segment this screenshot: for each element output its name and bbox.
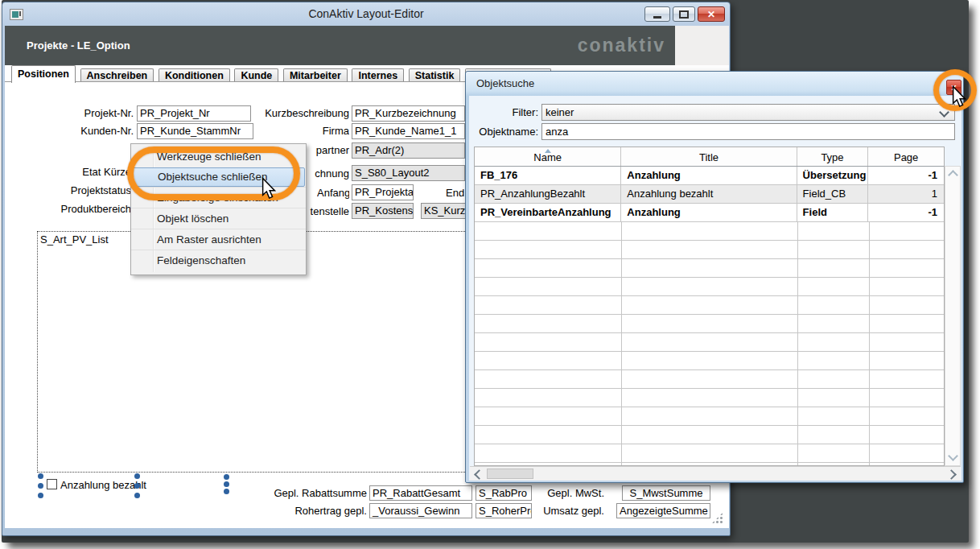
results-table: Name Title Type Page FB_176 Anzahlung Üb… (474, 147, 945, 466)
mouse-cursor (952, 85, 966, 108)
selection-handle[interactable] (134, 493, 140, 498)
voraussi-gewinn-field[interactable]: _Voraussi_Gewinn (369, 503, 472, 518)
table-row[interactable]: PR_VereinbarteAnzahlung Anzahlung Field … (475, 204, 944, 222)
horizontal-scrollbar[interactable] (470, 466, 961, 481)
sort-ascending-icon (545, 149, 551, 153)
header-right-filler (675, 26, 729, 65)
rabattgesamt-field[interactable]: PR_RabattGesamt (369, 485, 472, 501)
mouse-cursor (261, 177, 276, 200)
vertical-scrollbar[interactable] (945, 166, 961, 466)
scroll-down-icon[interactable] (948, 451, 958, 461)
scrollbar-thumb[interactable] (487, 469, 533, 479)
filter-dropdown[interactable]: keiner (541, 104, 955, 121)
scroll-left-icon[interactable] (474, 469, 484, 480)
filter-label: Filter: (476, 106, 538, 118)
record-header: Projekte - LE_Option conaktiv (5, 26, 675, 65)
mwst-label: Gepl. MwSt. (508, 487, 604, 499)
scroll-right-icon[interactable] (946, 469, 957, 480)
objektsuche-title: Objektsuche (476, 77, 534, 89)
tab-positionen[interactable]: Positionen (11, 65, 76, 83)
window-controls: ✕ (644, 6, 725, 22)
column-header-page[interactable]: Page (868, 147, 944, 166)
selection-handle[interactable] (224, 481, 229, 487)
close-icon: ✕ (707, 10, 715, 19)
projektanfang-field[interactable]: PR_Projektar (352, 184, 414, 200)
table-row[interactable]: PR_AnzahlungBezahlt Anzahlung bezahlt Fi… (475, 185, 944, 204)
anzahlung-checkbox[interactable] (47, 479, 57, 489)
minimize-button[interactable] (644, 6, 670, 22)
scroll-up-icon[interactable] (948, 170, 958, 180)
rohertrag-label: Rohertrag gepl. (270, 505, 367, 517)
kurzbezeichnung-field[interactable]: PR_Kurzbezeichnung (352, 105, 465, 122)
objektsuche-panel: Filter: keiner Objektname: anza Name Tit… (469, 96, 961, 481)
anfang-label: Anfang (317, 187, 349, 199)
projektstatus-label: Projektstatus (35, 184, 131, 196)
positions-list-label: S_Art_PV_List (40, 233, 109, 246)
table-row[interactable]: FB_176 Anzahlung Übersetzung -1 (475, 167, 944, 185)
objektname-label: Objektname: (476, 126, 538, 138)
selection-handle[interactable] (224, 474, 229, 480)
menu-item-objekt-loeschen[interactable]: Objekt löschen (131, 208, 306, 229)
firma-label: Firma (301, 125, 349, 137)
umsatz-label: Umsatz gepl. (508, 505, 604, 517)
layoutbezeichnung-label: chnung (301, 167, 349, 180)
column-header-title[interactable]: Title (621, 147, 797, 166)
screenshot-stage: ConAktiv Layout-Editor ✕ Projekte - LE_O… (0, 0, 980, 549)
main-window-title: ConAktiv Layout-Editor (2, 7, 730, 20)
kunden-nr-field[interactable]: PR_Kunde_StammNr (137, 123, 253, 139)
menu-item-feldeigenschaften[interactable]: Feldeigenschaften (131, 250, 306, 270)
kostenstelle-field[interactable]: PR_Kostenste (352, 203, 414, 219)
main-titlebar[interactable]: ConAktiv Layout-Editor ✕ (2, 2, 730, 26)
firma-field[interactable]: PR_Kunde_Name1_1 (352, 123, 465, 139)
maximize-icon (679, 10, 689, 19)
rabattsumme-label: Gepl. Rabattsumme (270, 487, 367, 499)
objektname-input[interactable]: anza (541, 123, 955, 140)
gridline (797, 222, 798, 465)
selection-handle[interactable] (134, 473, 140, 479)
selection-handle[interactable] (224, 489, 229, 494)
kurzbeschreibung-label: Kurzbeschreibung (253, 107, 349, 119)
projekt-nr-label: Projekt-Nr. (53, 107, 134, 119)
gridline (621, 222, 622, 465)
selection-handle[interactable] (38, 493, 43, 498)
minimize-icon (653, 16, 661, 19)
etat-label: Etat Kürze (51, 166, 131, 178)
resize-grip[interactable] (711, 512, 723, 524)
projekt-nr-field[interactable]: PR_Projekt_Nr (137, 105, 251, 122)
table-header: Name Title Type Page (475, 147, 944, 167)
breadcrumb: Projekte - LE_Option (27, 39, 130, 52)
kunden-nr-label: Kunden-Nr. (53, 125, 134, 137)
filter-value: keiner (546, 106, 574, 118)
gridline (869, 222, 870, 465)
maximize-button[interactable] (673, 6, 695, 22)
layout-field[interactable]: S_S80_Layout2 (352, 165, 465, 181)
objektsuche-window: Objektsuche x Filter: keiner Objektname:… (465, 71, 964, 483)
conaktiv-logo: conaktiv (578, 35, 665, 56)
selection-handle[interactable] (134, 483, 140, 489)
selection-handle[interactable] (38, 473, 43, 479)
angezeigtesumme-field[interactable]: AngezeigteSumme (616, 503, 710, 518)
kostenstelle-label: tenstelle (301, 205, 349, 217)
produktbereich-label: Produktbereich (35, 203, 131, 215)
mwstsumme-field[interactable]: S_MwstSumme (622, 485, 710, 501)
menu-item-am-raster-ausrichten[interactable]: Am Raster ausrichten (131, 229, 306, 250)
column-header-type[interactable]: Type (797, 147, 869, 166)
close-button[interactable]: ✕ (698, 6, 725, 22)
ansprechpartner-field[interactable]: PR_Adr(2) (352, 142, 465, 159)
empty-table-rows (475, 222, 944, 465)
column-header-name[interactable]: Name (475, 147, 621, 166)
selection-handle[interactable] (38, 483, 43, 489)
